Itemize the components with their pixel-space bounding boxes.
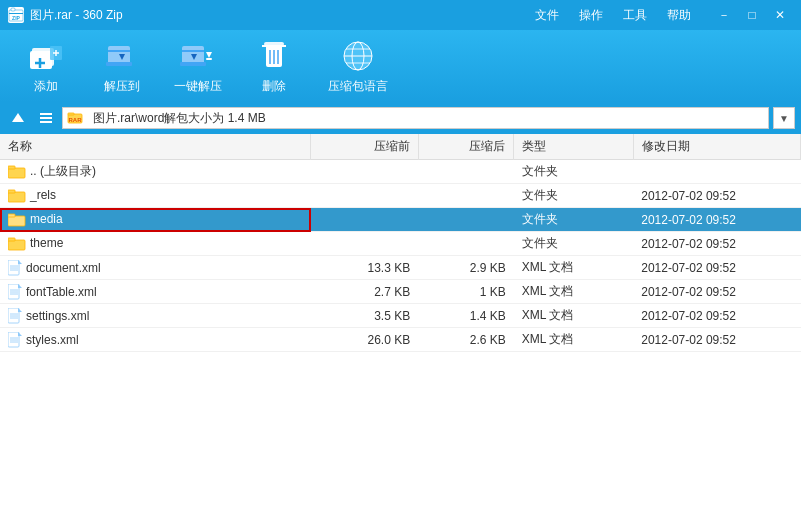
svg-text:RAR: RAR xyxy=(69,117,83,123)
col-after[interactable]: 压缩后 xyxy=(418,134,514,160)
cell-type: 文件夹 xyxy=(514,232,633,256)
cell-type: XML 文档 xyxy=(514,256,633,280)
cell-before: 13.3 KB xyxy=(311,256,419,280)
cell-after xyxy=(418,160,514,184)
table-row[interactable]: theme文件夹2012-07-02 09:52 xyxy=(0,232,801,256)
cell-after: 1.4 KB xyxy=(418,304,514,328)
main-content: 名称 压缩前 压缩后 类型 修改日期 .. (上级目录)文件夹 _rels文件夹… xyxy=(0,134,801,527)
cell-after: 2.6 KB xyxy=(418,328,514,352)
svg-text:ZIP: ZIP xyxy=(12,15,20,21)
menu-tools[interactable]: 工具 xyxy=(623,7,647,24)
svg-rect-2 xyxy=(11,8,15,11)
app-icon: ZIP xyxy=(8,7,24,23)
path-icon: RAR xyxy=(63,111,87,125)
svg-marker-19 xyxy=(206,52,212,58)
cell-name: media xyxy=(0,208,311,232)
path-dropdown-button[interactable]: ▼ xyxy=(773,107,795,129)
up-button[interactable] xyxy=(6,106,30,130)
svg-rect-1 xyxy=(9,13,23,14)
folder-icon xyxy=(8,236,30,251)
file-icon xyxy=(8,332,26,348)
path-input[interactable] xyxy=(87,108,768,128)
address-bar: RAR ▼ xyxy=(0,102,801,134)
cell-after: 1 KB xyxy=(418,280,514,304)
cell-type: 文件夹 xyxy=(514,184,633,208)
cell-modified xyxy=(633,160,800,184)
svg-rect-47 xyxy=(8,260,19,275)
svg-marker-32 xyxy=(12,113,24,122)
cell-name: theme xyxy=(0,232,311,256)
svg-rect-39 xyxy=(8,168,25,178)
language-icon xyxy=(340,38,376,74)
cell-modified: 2012-07-02 09:52 xyxy=(633,280,800,304)
extract-button[interactable]: 解压到 xyxy=(86,34,158,98)
cell-name: settings.xml xyxy=(0,304,311,328)
cell-modified: 2012-07-02 09:52 xyxy=(633,304,800,328)
delete-button[interactable]: 删除 xyxy=(238,34,310,98)
folder-icon xyxy=(8,164,30,179)
cell-before xyxy=(311,232,419,256)
svg-marker-63 xyxy=(18,332,22,336)
svg-rect-33 xyxy=(40,113,52,115)
row-name-text: .. (上级目录) xyxy=(30,163,96,180)
table-row[interactable]: media文件夹2012-07-02 09:52 xyxy=(0,208,801,232)
table-row[interactable]: styles.xml26.0 KB2.6 KBXML 文档2012-07-02 … xyxy=(0,328,801,352)
svg-rect-12 xyxy=(108,50,130,52)
cell-type: XML 文档 xyxy=(514,280,633,304)
svg-rect-43 xyxy=(8,216,25,226)
svg-rect-37 xyxy=(68,113,74,115)
cell-type: XML 文档 xyxy=(514,304,633,328)
cell-name: fontTable.xml xyxy=(0,280,311,304)
toolbar: 添加 解压到 一键解压 xyxy=(0,30,801,102)
cell-after xyxy=(418,208,514,232)
cell-type: XML 文档 xyxy=(514,328,633,352)
cell-after xyxy=(418,232,514,256)
col-modified[interactable]: 修改日期 xyxy=(633,134,800,160)
add-icon xyxy=(28,38,64,74)
cell-after xyxy=(418,184,514,208)
minimize-button[interactable]: － xyxy=(711,4,737,26)
table-row[interactable]: _rels文件夹2012-07-02 09:52 xyxy=(0,184,801,208)
folder-icon xyxy=(8,188,30,203)
svg-rect-57 xyxy=(8,308,19,323)
extract-all-button[interactable]: 一键解压 xyxy=(162,34,234,98)
col-type[interactable]: 类型 xyxy=(514,134,633,160)
add-button[interactable]: 添加 xyxy=(10,34,82,98)
cell-modified: 2012-07-02 09:52 xyxy=(633,328,800,352)
language-button[interactable]: 压缩包语言 xyxy=(314,34,402,98)
close-button[interactable]: ✕ xyxy=(767,4,793,26)
row-name-text: styles.xml xyxy=(26,333,79,347)
file-table: 名称 压缩前 压缩后 类型 修改日期 .. (上级目录)文件夹 _rels文件夹… xyxy=(0,134,801,352)
svg-marker-58 xyxy=(18,308,22,312)
col-before[interactable]: 压缩前 xyxy=(311,134,419,160)
extract-label: 解压到 xyxy=(104,78,140,95)
language-label: 压缩包语言 xyxy=(328,78,388,95)
cell-after: 2.9 KB xyxy=(418,256,514,280)
svg-rect-16 xyxy=(182,50,204,52)
folder-icon xyxy=(8,212,30,227)
svg-rect-44 xyxy=(8,214,15,217)
svg-rect-52 xyxy=(8,284,19,299)
svg-marker-53 xyxy=(18,284,22,288)
menu-help[interactable]: 帮助 xyxy=(667,7,691,24)
svg-rect-42 xyxy=(8,190,15,193)
maximize-button[interactable]: □ xyxy=(739,4,765,26)
table-row[interactable]: .. (上级目录)文件夹 xyxy=(0,160,801,184)
svg-rect-34 xyxy=(40,117,52,119)
delete-icon xyxy=(256,38,292,74)
cell-before xyxy=(311,208,419,232)
menu-file[interactable]: 文件 xyxy=(535,7,559,24)
table-row[interactable]: document.xml13.3 KB2.9 KBXML 文档2012-07-0… xyxy=(0,256,801,280)
menu-operation[interactable]: 操作 xyxy=(579,7,603,24)
svg-rect-20 xyxy=(206,58,212,60)
cell-name: .. (上级目录) xyxy=(0,160,311,184)
cell-name: styles.xml xyxy=(0,328,311,352)
table-row[interactable]: fontTable.xml2.7 KB1 KBXML 文档2012-07-02 … xyxy=(0,280,801,304)
col-name[interactable]: 名称 xyxy=(0,134,311,160)
cell-type: 文件夹 xyxy=(514,160,633,184)
cell-before: 2.7 KB xyxy=(311,280,419,304)
view-toggle-button[interactable] xyxy=(34,106,58,130)
table-row[interactable]: settings.xml3.5 KB1.4 KBXML 文档2012-07-02… xyxy=(0,304,801,328)
row-name-text: fontTable.xml xyxy=(26,285,97,299)
extract-icon xyxy=(104,38,140,74)
